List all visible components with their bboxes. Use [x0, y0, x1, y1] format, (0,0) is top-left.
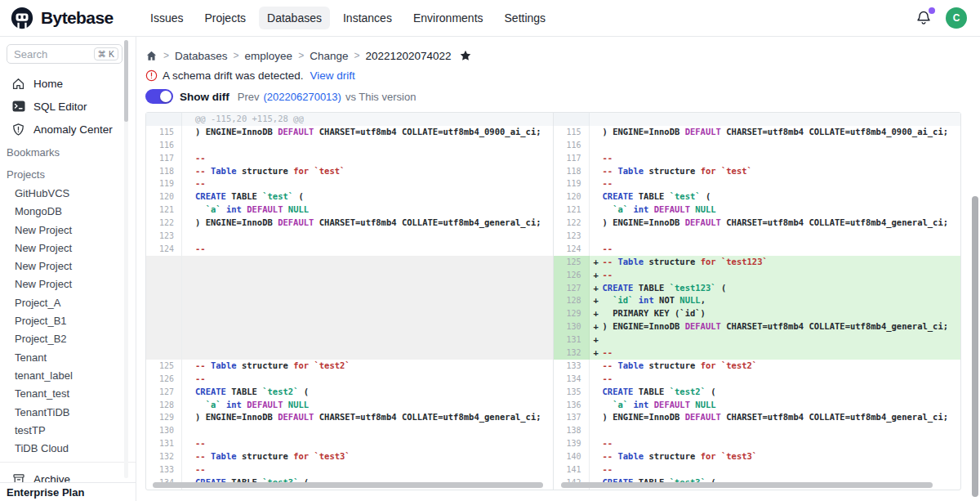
nav-item-settings[interactable]: Settings [497, 7, 555, 29]
diff-row: 140-- Table structure for `test3` [554, 450, 961, 463]
nav-item-databases[interactable]: Databases [259, 7, 330, 29]
line-number: 119 [146, 177, 182, 190]
sidebar-project-item[interactable]: Tenant [0, 349, 136, 367]
sidebar-project-item[interactable]: TenantTiDB [0, 404, 136, 422]
sidebar-project-item[interactable]: Project_B2 [0, 330, 136, 348]
line-number: 132 [146, 450, 182, 463]
line-number: 132 [554, 347, 590, 360]
nav-item-environments[interactable]: Environments [405, 7, 492, 29]
line-number: 117 [554, 152, 590, 165]
diff-row: 123 [554, 230, 961, 243]
line-number [554, 113, 590, 126]
code-line: `a` int DEFAULT NULL [590, 399, 961, 412]
diff-row: @@ -115,20 +115,28 @@ [146, 113, 553, 126]
diff-row: 120CREATE TABLE `test` ( [554, 190, 961, 204]
top-navbar: Bytebase IssuesProjectsDatabasesInstance… [0, 0, 980, 37]
diff-left-hscrollbar[interactable] [153, 482, 543, 488]
line-number: 119 [554, 177, 590, 190]
line-number: 129 [554, 307, 590, 320]
sidebar-project-item[interactable]: MongoDB [0, 203, 136, 221]
code-line [182, 320, 553, 333]
sidebar-item-anomaly-center[interactable]: Anomaly Center [0, 118, 136, 141]
nav-item-issues[interactable]: Issues [142, 7, 191, 29]
code-line: -- [182, 373, 553, 386]
code-line: ) ENGINE=InnoDB DEFAULT CHARSET=utf8mb4 … [590, 126, 961, 139]
sidebar-project-item[interactable]: GitHubVCS [0, 185, 136, 203]
diff-row: 127CREATE TABLE `test2` ( [146, 386, 553, 399]
avatar[interactable]: C [946, 7, 967, 29]
code-line: + `id` int NOT NULL, [590, 294, 961, 307]
sidebar-project-item[interactable]: New Project [0, 221, 136, 239]
diff-row: 116 [554, 139, 961, 152]
line-number [146, 256, 182, 269]
sidebar-scrollbar[interactable] [124, 40, 128, 122]
sidebar-project-item[interactable]: Tenant_test [0, 385, 136, 403]
breadcrumb-home-icon[interactable] [145, 50, 158, 62]
sidebar-footer[interactable]: Enterprise Plan [0, 482, 136, 501]
line-number: 129 [146, 411, 182, 424]
line-number: 116 [554, 139, 590, 152]
diff-right-hscrollbar[interactable] [561, 482, 933, 488]
line-number: 118 [554, 165, 590, 178]
diff-add-marker: + [594, 347, 599, 360]
sidebar-project-item[interactable]: New Project [0, 257, 136, 275]
sidebar-project-item[interactable]: Project_B1 [0, 312, 136, 330]
view-drift-link[interactable]: View drift [310, 69, 355, 82]
diff-row: 127+CREATE TABLE `test123` ( [554, 282, 961, 295]
line-number [146, 282, 182, 295]
code-line [182, 424, 553, 437]
code-line: -- [182, 177, 553, 190]
nav-item-projects[interactable]: Projects [196, 7, 254, 29]
line-number: 125 [554, 256, 590, 269]
diff-row: 115) ENGINE=InnoDB DEFAULT CHARSET=utf8m… [146, 126, 553, 139]
breadcrumb-item[interactable]: Databases [175, 50, 228, 62]
sidebar-project-item[interactable]: New Project [0, 239, 136, 257]
bytebase-logo-icon [10, 6, 34, 30]
line-number: 126 [554, 269, 590, 282]
code-line: -- Table structure for `test` [590, 165, 961, 178]
sidebar-item-home[interactable]: Home [0, 72, 136, 95]
brand[interactable]: Bytebase [10, 6, 136, 30]
line-number: 131 [554, 333, 590, 347]
sidebar-project-item[interactable]: testTP [0, 422, 136, 440]
sidebar-item-sql-editor[interactable]: SQL Editor [0, 95, 136, 118]
diff-row: 134-- [554, 373, 961, 386]
drift-message: A schema drift was detected. [163, 69, 304, 82]
breadcrumb-item[interactable]: Change [310, 50, 348, 62]
sidebar-project-item[interactable]: tenant_label [0, 367, 136, 385]
sidebar-project-item[interactable]: Project_A [0, 294, 136, 312]
diff-row [146, 307, 553, 320]
notifications-button[interactable] [915, 10, 932, 26]
sidebar-item-label: SQL Editor [33, 101, 87, 113]
diff-row: 129) ENGINE=InnoDB DEFAULT CHARSET=utf8m… [146, 411, 553, 424]
show-diff-toggle[interactable] [145, 89, 173, 104]
sidebar-project-item[interactable]: New Project [0, 275, 136, 293]
diff-row: 137) ENGINE=InnoDB DEFAULT CHARSET=utf8m… [554, 411, 961, 424]
page-scrollbar[interactable] [972, 196, 978, 497]
diff-row: 124-- [146, 243, 553, 256]
line-number: 118 [146, 165, 182, 178]
breadcrumb-item[interactable]: employee [245, 50, 293, 62]
diff-row [146, 333, 553, 347]
star-icon[interactable] [459, 49, 472, 62]
breadcrumb-item: 20221202074022 [365, 50, 451, 62]
prev-version-link[interactable]: (202206270013) [263, 91, 341, 103]
notification-badge [929, 7, 935, 14]
code-line: CREATE TABLE `test2` ( [182, 386, 553, 399]
code-line: CREATE TABLE `test2` ( [590, 386, 961, 399]
vs-label: vs This version [345, 91, 416, 103]
nav-item-instances[interactable]: Instances [335, 7, 400, 29]
code-line [590, 139, 961, 152]
diff-add-marker: + [594, 269, 599, 282]
line-number: 128 [554, 294, 590, 307]
search-box[interactable]: ⌘ K [7, 44, 122, 64]
line-number: 138 [554, 424, 590, 437]
sidebar-project-item[interactable]: TiDB Cloud [0, 440, 136, 458]
divider [0, 462, 136, 463]
code-line [182, 139, 553, 152]
diff-row [146, 269, 553, 282]
code-line: ) ENGINE=InnoDB DEFAULT CHARSET=utf8mb4 … [182, 126, 553, 139]
search-input[interactable] [14, 48, 74, 60]
line-number: 137 [554, 411, 590, 424]
line-number: 133 [554, 360, 590, 373]
